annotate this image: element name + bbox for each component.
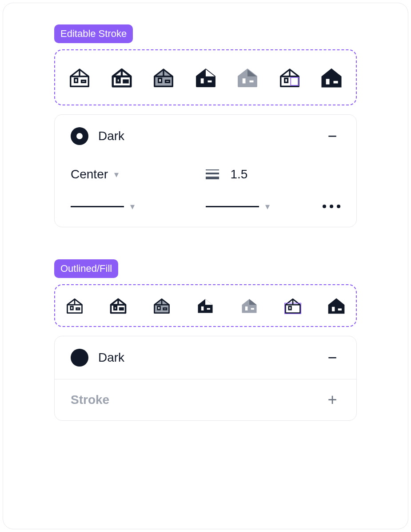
svg-rect-4 xyxy=(159,78,162,82)
house-outline-icon[interactable] xyxy=(65,296,84,315)
stroke-start-cap-select[interactable]: ▾ xyxy=(71,201,206,212)
svg-rect-10 xyxy=(291,77,299,85)
fill-color-row[interactable]: Dark − xyxy=(55,336,356,379)
svg-rect-23 xyxy=(251,308,254,310)
stroke-align-select[interactable]: Center ▾ xyxy=(71,167,206,181)
svg-rect-5 xyxy=(166,81,170,83)
house-solid-icon[interactable] xyxy=(319,65,343,89)
house-selected-icon[interactable] xyxy=(278,65,302,89)
stroke-weight-input[interactable]: 1.5 xyxy=(206,167,248,181)
svg-rect-17 xyxy=(120,308,123,310)
svg-rect-9 xyxy=(250,81,254,83)
svg-rect-27 xyxy=(338,308,342,310)
stroke-end-cap-select[interactable]: ▾ xyxy=(206,201,323,212)
svg-rect-26 xyxy=(332,307,335,311)
svg-rect-3 xyxy=(124,81,128,83)
house-outline-bold-icon[interactable] xyxy=(108,296,128,315)
fill-color-swatch-icon xyxy=(71,349,88,367)
fill-properties-panel: Dark − Stroke + xyxy=(54,336,357,421)
stroke-weight-value: 1.5 xyxy=(231,167,248,181)
house-duotone-icon[interactable] xyxy=(152,296,172,315)
stroke-caps-row: ▾ ▾ xyxy=(55,191,356,227)
stroke-color-swatch-icon xyxy=(71,127,88,145)
remove-fill-button[interactable]: − xyxy=(324,350,340,366)
stroke-section-label: Stroke xyxy=(71,393,109,407)
outlined-icon-row xyxy=(54,284,357,327)
svg-rect-13 xyxy=(334,81,338,84)
stroke-align-weight-row: Center ▾ 1.5 xyxy=(55,157,356,191)
svg-rect-18 xyxy=(158,306,160,310)
editable-stroke-section: Editable Stroke xyxy=(54,24,357,227)
more-options-button[interactable] xyxy=(323,205,340,208)
svg-rect-11 xyxy=(284,78,287,82)
stroke-align-value: Center xyxy=(71,167,108,181)
svg-rect-0 xyxy=(75,78,78,82)
svg-rect-12 xyxy=(326,79,330,84)
svg-rect-8 xyxy=(243,78,246,83)
house-grey-icon[interactable] xyxy=(235,65,259,89)
outlined-fill-tag: Outlined/Fill xyxy=(54,259,118,278)
house-solid-icon[interactable] xyxy=(327,296,346,315)
line-cap-icon xyxy=(71,206,124,207)
stroke-color-label: Dark xyxy=(98,129,124,143)
chevron-down-icon: ▾ xyxy=(114,169,119,180)
svg-rect-21 xyxy=(207,308,210,310)
outlined-fill-section: Outlined/Fill xyxy=(54,259,357,421)
house-duotone-icon[interactable] xyxy=(152,65,176,89)
svg-rect-15 xyxy=(76,308,80,310)
stroke-properties-panel: Dark − Center ▾ 1.5 ▾ xyxy=(54,114,357,227)
remove-stroke-button[interactable]: − xyxy=(324,128,340,144)
stroke-weight-icon xyxy=(206,169,219,179)
svg-rect-19 xyxy=(164,308,167,310)
stroke-section-row[interactable]: Stroke + xyxy=(55,379,356,420)
svg-rect-7 xyxy=(207,81,211,83)
chevron-down-icon: ▾ xyxy=(265,201,270,212)
svg-rect-2 xyxy=(116,78,120,82)
house-selected-icon[interactable] xyxy=(283,296,303,315)
house-filled-icon[interactable] xyxy=(196,296,215,315)
svg-rect-20 xyxy=(201,306,204,310)
fill-color-label: Dark xyxy=(98,351,124,365)
chevron-down-icon: ▾ xyxy=(130,201,135,212)
svg-rect-25 xyxy=(289,306,291,310)
svg-rect-1 xyxy=(82,81,86,83)
editable-icon-row xyxy=(54,49,357,105)
house-filled-icon[interactable] xyxy=(194,65,218,89)
svg-rect-6 xyxy=(200,78,204,83)
add-stroke-button[interactable]: + xyxy=(324,392,340,408)
svg-rect-14 xyxy=(71,306,73,310)
stroke-color-row[interactable]: Dark − xyxy=(55,115,356,157)
editable-stroke-tag: Editable Stroke xyxy=(54,24,133,43)
line-cap-icon xyxy=(206,206,259,207)
house-outline-icon[interactable] xyxy=(68,65,92,89)
svg-rect-16 xyxy=(114,306,117,310)
house-outline-bold-icon[interactable] xyxy=(110,65,134,89)
house-grey-icon[interactable] xyxy=(239,296,259,315)
svg-rect-22 xyxy=(245,306,247,310)
